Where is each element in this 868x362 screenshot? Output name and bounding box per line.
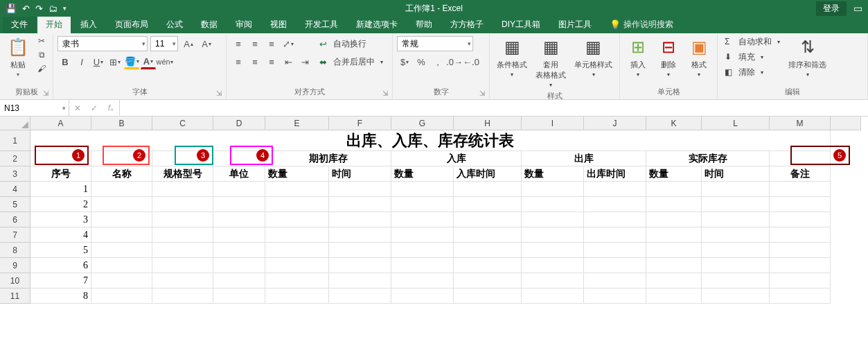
cell[interactable]: [770, 273, 831, 288]
paste-button[interactable]: 📋 粘贴 ▾: [4, 35, 32, 79]
cell[interactable]: [770, 243, 831, 258]
cell[interactable]: [91, 151, 152, 166]
undo-icon[interactable]: ↶: [22, 3, 30, 14]
cell[interactable]: [329, 197, 391, 212]
cell[interactable]: [213, 273, 265, 288]
cell[interactable]: [391, 273, 454, 288]
col-header-I[interactable]: I: [522, 117, 584, 130]
cell[interactable]: [152, 273, 213, 288]
cell[interactable]: [152, 288, 213, 304]
align-top-icon[interactable]: ≡: [231, 36, 246, 51]
cell[interactable]: [454, 227, 522, 243]
cell[interactable]: 5: [30, 243, 91, 258]
cell[interactable]: [152, 243, 213, 258]
cell[interactable]: [329, 212, 391, 227]
col-header-B[interactable]: B: [91, 117, 152, 130]
cell[interactable]: [152, 197, 213, 212]
cell[interactable]: [770, 182, 831, 197]
row-header-6[interactable]: 6: [0, 212, 30, 227]
cell[interactable]: [391, 212, 454, 227]
cell[interactable]: 入库时间: [454, 166, 522, 182]
cancel-formula-icon[interactable]: ✕: [69, 100, 86, 116]
row-header-9[interactable]: 9: [0, 258, 30, 273]
align-bottom-icon[interactable]: ≡: [264, 36, 279, 51]
tab-developer[interactable]: 开发工具: [296, 16, 346, 33]
cell[interactable]: [770, 288, 831, 304]
tab-view[interactable]: 视图: [262, 16, 295, 33]
cell[interactable]: [646, 273, 702, 288]
cell[interactable]: 出库时间: [584, 166, 646, 182]
cell[interactable]: [522, 227, 584, 243]
row-header-4[interactable]: 4: [0, 182, 30, 197]
tab-insert[interactable]: 插入: [72, 16, 105, 33]
col-header-F[interactable]: F: [329, 117, 391, 130]
dialog-launcher-icon[interactable]: ⇲: [43, 89, 48, 97]
col-header-C[interactable]: C: [152, 117, 213, 130]
cell-styles-button[interactable]: ▦单元格样式▾: [572, 35, 615, 79]
cell[interactable]: [152, 151, 213, 166]
cell[interactable]: [584, 212, 646, 227]
cell[interactable]: [584, 227, 646, 243]
cell[interactable]: [265, 212, 329, 227]
tab-newtab[interactable]: 新建选项卡: [348, 16, 406, 33]
ribbon-options-icon[interactable]: ▭: [853, 3, 862, 14]
font-name-combo[interactable]: 隶书▾: [57, 36, 148, 51]
row-header-10[interactable]: 10: [0, 273, 30, 288]
cell[interactable]: [522, 182, 584, 197]
cell[interactable]: [91, 273, 152, 288]
dialog-launcher-icon[interactable]: ⇲: [382, 89, 388, 97]
cell[interactable]: [522, 288, 584, 304]
cell[interactable]: [213, 212, 265, 227]
cell[interactable]: 数量: [646, 166, 702, 182]
copy-icon[interactable]: ⧉: [35, 49, 48, 61]
col-header-J[interactable]: J: [584, 117, 646, 130]
cell[interactable]: [91, 197, 152, 212]
tab-help[interactable]: 帮助: [407, 16, 441, 33]
cell[interactable]: [584, 182, 646, 197]
cell[interactable]: [454, 273, 522, 288]
col-header-[interactable]: [831, 117, 861, 130]
cell[interactable]: [454, 212, 522, 227]
align-center-icon[interactable]: ≡: [247, 54, 263, 69]
row-header-11[interactable]: 11: [0, 288, 30, 304]
cell[interactable]: 单位: [213, 166, 265, 182]
cell[interactable]: [646, 197, 702, 212]
currency-icon[interactable]: $▾: [397, 54, 412, 69]
dialog-launcher-icon[interactable]: ⇲: [216, 89, 222, 97]
row-header-3[interactable]: 3: [0, 166, 30, 182]
font-color-button[interactable]: A▾: [141, 54, 156, 69]
cell[interactable]: [265, 243, 329, 258]
cell[interactable]: [522, 212, 584, 227]
cell[interactable]: [329, 227, 391, 243]
cell[interactable]: [213, 197, 265, 212]
cell[interactable]: 6: [30, 258, 91, 273]
cell[interactable]: [152, 258, 213, 273]
row-header-2[interactable]: 2: [0, 151, 30, 166]
conditional-format-button[interactable]: ▦条件格式▾: [494, 35, 530, 79]
percent-icon[interactable]: %: [414, 54, 429, 69]
cell[interactable]: [454, 182, 522, 197]
cell[interactable]: [30, 151, 91, 166]
cell[interactable]: [265, 288, 329, 304]
tell-me[interactable]: 💡 操作说明搜索: [601, 16, 682, 33]
cell[interactable]: [265, 273, 329, 288]
cell[interactable]: [522, 273, 584, 288]
cell[interactable]: 出库: [522, 151, 646, 166]
cell[interactable]: [702, 212, 770, 227]
cell[interactable]: [646, 288, 702, 304]
cell[interactable]: 数量: [391, 166, 454, 182]
col-header-M[interactable]: M: [770, 117, 831, 130]
underline-button[interactable]: U▾: [91, 54, 106, 69]
increase-decimal-icon[interactable]: .0→: [447, 54, 462, 69]
italic-button[interactable]: I: [74, 54, 89, 69]
cell[interactable]: 备注: [770, 166, 831, 182]
cell[interactable]: [522, 258, 584, 273]
cell[interactable]: [646, 212, 702, 227]
cell[interactable]: [213, 288, 265, 304]
cell[interactable]: [391, 197, 454, 212]
cell[interactable]: [91, 182, 152, 197]
cell[interactable]: [770, 151, 831, 166]
cell[interactable]: [152, 212, 213, 227]
tab-layout[interactable]: 页面布局: [107, 16, 157, 33]
tab-diy[interactable]: DIY工具箱: [493, 16, 549, 33]
